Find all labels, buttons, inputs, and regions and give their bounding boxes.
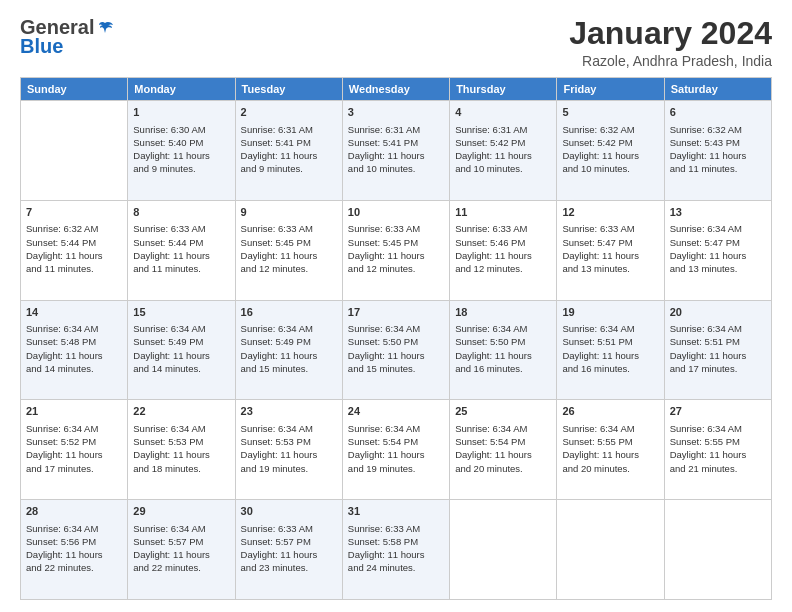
calendar-cell: 6Sunrise: 6:32 AMSunset: 5:43 PMDaylight… (664, 101, 771, 201)
day-info: Sunrise: 6:34 AM (670, 322, 766, 335)
day-info: and 17 minutes. (26, 462, 122, 475)
day-info: Sunset: 5:42 PM (562, 136, 658, 149)
day-info: Sunrise: 6:34 AM (26, 422, 122, 435)
day-info: and 9 minutes. (241, 162, 337, 175)
day-info: and 14 minutes. (26, 362, 122, 375)
day-info: Sunset: 5:43 PM (670, 136, 766, 149)
day-info: Sunset: 5:57 PM (241, 535, 337, 548)
day-info: and 16 minutes. (562, 362, 658, 375)
calendar-cell: 7Sunrise: 6:32 AMSunset: 5:44 PMDaylight… (21, 200, 128, 300)
calendar-table: SundayMondayTuesdayWednesdayThursdayFrid… (20, 77, 772, 600)
calendar-body: 1Sunrise: 6:30 AMSunset: 5:40 PMDaylight… (21, 101, 772, 600)
calendar-week-3: 14Sunrise: 6:34 AMSunset: 5:48 PMDayligh… (21, 300, 772, 400)
day-info: Sunrise: 6:31 AM (241, 123, 337, 136)
day-info: Sunrise: 6:31 AM (455, 123, 551, 136)
calendar-week-2: 7Sunrise: 6:32 AMSunset: 5:44 PMDaylight… (21, 200, 772, 300)
day-number: 17 (348, 305, 444, 320)
day-info: Sunset: 5:58 PM (348, 535, 444, 548)
day-info: Sunset: 5:41 PM (241, 136, 337, 149)
day-info: and 11 minutes. (670, 162, 766, 175)
day-info: Sunset: 5:50 PM (348, 335, 444, 348)
day-info: Sunset: 5:53 PM (241, 435, 337, 448)
day-info: Daylight: 11 hours (241, 249, 337, 262)
header: General Blue January 2024 Razole, Andhra… (20, 16, 772, 69)
day-info: Daylight: 11 hours (670, 448, 766, 461)
day-info: Sunrise: 6:33 AM (348, 222, 444, 235)
calendar-cell: 10Sunrise: 6:33 AMSunset: 5:45 PMDayligh… (342, 200, 449, 300)
day-info: Sunset: 5:47 PM (562, 236, 658, 249)
calendar-cell (450, 500, 557, 600)
day-info: Sunset: 5:56 PM (26, 535, 122, 548)
calendar-cell: 3Sunrise: 6:31 AMSunset: 5:41 PMDaylight… (342, 101, 449, 201)
day-info: Sunrise: 6:33 AM (133, 222, 229, 235)
day-info: Daylight: 11 hours (455, 448, 551, 461)
calendar-cell: 20Sunrise: 6:34 AMSunset: 5:51 PMDayligh… (664, 300, 771, 400)
day-info: and 23 minutes. (241, 561, 337, 574)
day-info: and 20 minutes. (455, 462, 551, 475)
day-info: and 13 minutes. (562, 262, 658, 275)
calendar-week-1: 1Sunrise: 6:30 AMSunset: 5:40 PMDaylight… (21, 101, 772, 201)
page: General Blue January 2024 Razole, Andhra… (0, 0, 792, 612)
day-info: Sunset: 5:54 PM (348, 435, 444, 448)
day-info: Sunset: 5:47 PM (670, 236, 766, 249)
day-info: Daylight: 11 hours (348, 349, 444, 362)
logo-bird-icon (96, 19, 114, 37)
calendar-cell (664, 500, 771, 600)
day-info: Sunrise: 6:34 AM (348, 322, 444, 335)
day-info: Sunrise: 6:34 AM (241, 422, 337, 435)
day-info: Sunrise: 6:33 AM (348, 522, 444, 535)
calendar-week-5: 28Sunrise: 6:34 AMSunset: 5:56 PMDayligh… (21, 500, 772, 600)
calendar-cell: 29Sunrise: 6:34 AMSunset: 5:57 PMDayligh… (128, 500, 235, 600)
day-info: Sunrise: 6:34 AM (133, 322, 229, 335)
day-number: 26 (562, 404, 658, 419)
day-info: and 20 minutes. (562, 462, 658, 475)
day-info: Sunrise: 6:34 AM (241, 322, 337, 335)
day-info: Daylight: 11 hours (670, 249, 766, 262)
day-info: Sunset: 5:54 PM (455, 435, 551, 448)
day-number: 12 (562, 205, 658, 220)
day-info: Sunset: 5:49 PM (241, 335, 337, 348)
calendar-cell: 16Sunrise: 6:34 AMSunset: 5:49 PMDayligh… (235, 300, 342, 400)
day-info: and 24 minutes. (348, 561, 444, 574)
day-number: 7 (26, 205, 122, 220)
day-number: 5 (562, 105, 658, 120)
day-info: Daylight: 11 hours (455, 149, 551, 162)
day-info: Sunrise: 6:34 AM (455, 322, 551, 335)
calendar-cell: 5Sunrise: 6:32 AMSunset: 5:42 PMDaylight… (557, 101, 664, 201)
calendar-cell: 25Sunrise: 6:34 AMSunset: 5:54 PMDayligh… (450, 400, 557, 500)
day-info: Sunset: 5:55 PM (562, 435, 658, 448)
day-number: 30 (241, 504, 337, 519)
day-info: Daylight: 11 hours (348, 249, 444, 262)
calendar-cell: 17Sunrise: 6:34 AMSunset: 5:50 PMDayligh… (342, 300, 449, 400)
day-info: Sunset: 5:40 PM (133, 136, 229, 149)
day-info: and 16 minutes. (455, 362, 551, 375)
day-info: Sunset: 5:52 PM (26, 435, 122, 448)
day-number: 20 (670, 305, 766, 320)
day-info: and 11 minutes. (133, 262, 229, 275)
day-info: Sunset: 5:45 PM (241, 236, 337, 249)
day-info: Sunset: 5:49 PM (133, 335, 229, 348)
day-info: Sunrise: 6:34 AM (26, 322, 122, 335)
day-number: 21 (26, 404, 122, 419)
day-number: 16 (241, 305, 337, 320)
day-info: Sunrise: 6:34 AM (348, 422, 444, 435)
calendar-header-saturday: Saturday (664, 78, 771, 101)
calendar-cell: 15Sunrise: 6:34 AMSunset: 5:49 PMDayligh… (128, 300, 235, 400)
day-number: 18 (455, 305, 551, 320)
day-info: Daylight: 11 hours (133, 548, 229, 561)
calendar-cell: 1Sunrise: 6:30 AMSunset: 5:40 PMDaylight… (128, 101, 235, 201)
day-info: Daylight: 11 hours (133, 448, 229, 461)
day-info: Sunset: 5:50 PM (455, 335, 551, 348)
calendar-cell: 4Sunrise: 6:31 AMSunset: 5:42 PMDaylight… (450, 101, 557, 201)
day-number: 25 (455, 404, 551, 419)
day-info: Daylight: 11 hours (455, 249, 551, 262)
day-number: 2 (241, 105, 337, 120)
day-number: 29 (133, 504, 229, 519)
day-number: 15 (133, 305, 229, 320)
day-info: Sunrise: 6:34 AM (562, 322, 658, 335)
day-info: and 11 minutes. (26, 262, 122, 275)
day-info: Daylight: 11 hours (133, 149, 229, 162)
day-info: Daylight: 11 hours (241, 149, 337, 162)
day-info: Sunrise: 6:34 AM (455, 422, 551, 435)
calendar-cell: 24Sunrise: 6:34 AMSunset: 5:54 PMDayligh… (342, 400, 449, 500)
